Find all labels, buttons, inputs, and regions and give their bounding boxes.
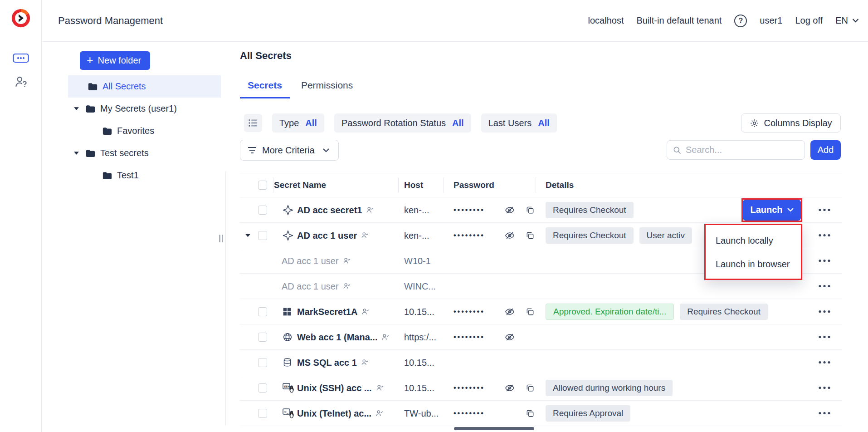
table-row-marksecret1a[interactable]: MarkSecret1A10.15...••••••••Approved. Ex… [240, 299, 842, 324]
table-row-unix-telnet-ac[interactable]: >_Unix (Telnet) ac...TW-ub...••••••••Req… [240, 401, 842, 426]
reveal-password-icon[interactable] [505, 383, 515, 393]
reveal-password-icon[interactable] [505, 332, 515, 342]
copy-password-icon[interactable] [526, 383, 535, 393]
row-actions-menu[interactable] [816, 354, 833, 371]
launch-button[interactable]: Launch [743, 200, 801, 221]
tab-secrets[interactable]: Secrets [240, 80, 290, 98]
folder-icon [102, 127, 112, 135]
row-checkbox[interactable] [258, 383, 267, 393]
row-actions-menu[interactable] [816, 278, 833, 295]
reveal-password-icon[interactable] [505, 231, 515, 241]
caret-down-icon[interactable] [73, 151, 79, 155]
details-badges: Requires Approval [546, 405, 630, 422]
app-title: Password Management [58, 15, 163, 27]
new-folder-button[interactable]: + New folder [80, 51, 150, 70]
host-value: ken-... [404, 230, 429, 241]
more-criteria-button[interactable]: More Criteria [240, 140, 339, 161]
row-checkbox[interactable] [258, 307, 267, 316]
columns-display-button[interactable]: Columns Display [741, 113, 841, 133]
row-checkbox[interactable] [258, 409, 267, 418]
sidebar-item-test-secrets[interactable]: Test secrets [42, 142, 226, 164]
filter-last-users[interactable]: Last Users All [481, 113, 557, 133]
launch-locally-option[interactable]: Launch locally [706, 229, 801, 252]
logoff-button[interactable]: Log off [795, 15, 823, 26]
copy-password-icon[interactable] [526, 409, 535, 418]
left-rail [0, 0, 42, 432]
launch-highlight-annotation: Launch [741, 198, 802, 222]
tenant-selector[interactable]: Built-in default tenant [636, 15, 722, 26]
list-view-toggle[interactable] [244, 114, 262, 132]
sidebar-item-favorites[interactable]: Favorites [42, 120, 226, 142]
row-actions-menu[interactable] [816, 227, 833, 244]
folder-sidebar: + New folder All SecretsMy Secrets (user… [42, 42, 226, 432]
copy-password-icon[interactable] [526, 231, 535, 240]
sidebar-item-test1[interactable]: Test1 [42, 164, 226, 187]
reveal-password-icon[interactable] [505, 307, 515, 317]
folder-icon [88, 83, 98, 91]
row-checkbox[interactable] [258, 206, 267, 215]
table-row-ad-acc-secret1[interactable]: AD acc secret1ken-...••••••••Requires Ch… [240, 197, 842, 223]
table-row-unix-ssh-acc[interactable]: SSHUnix (SSH) acc ...10.15...••••••••All… [240, 375, 842, 401]
shared-user-icon [381, 333, 390, 341]
password-mask: •••••••• [454, 333, 485, 341]
table-header: Secret Name Host Password Details [240, 173, 842, 197]
col-details: Details [546, 180, 574, 190]
top-bar: Password Management localhost Built-in d… [42, 0, 868, 42]
row-actions-menu[interactable] [816, 405, 833, 422]
sidebar-item-all-secrets[interactable]: All Secrets [42, 75, 226, 98]
row-actions-menu[interactable] [816, 202, 833, 218]
sidebar-item-label: Favorites [117, 126, 154, 136]
copy-password-icon[interactable] [526, 307, 535, 316]
row-checkbox[interactable] [258, 333, 267, 342]
chevron-down-icon [323, 148, 329, 152]
unix-ssh-icon: SSH [283, 383, 294, 393]
sidebar-item-my-secrets-user1[interactable]: My Secrets (user1) [42, 98, 226, 120]
row-actions-menu[interactable] [816, 329, 833, 345]
select-all-checkbox[interactable] [258, 181, 267, 190]
status-badge: Approved. Expiration date/ti... [546, 304, 674, 320]
language-value: EN [835, 15, 848, 26]
access-request-icon[interactable] [12, 74, 29, 90]
row-checkbox[interactable] [258, 358, 267, 367]
row-actions-menu[interactable] [816, 304, 833, 320]
svg-text:>_: >_ [284, 410, 289, 414]
app-logo-icon[interactable] [10, 8, 31, 29]
launch-in-browser-option[interactable]: Launch in browser [706, 252, 801, 276]
table-row-web-acc-1-mana[interactable]: Web acc 1 (Mana...https:/...•••••••• [240, 324, 842, 350]
row-actions-menu[interactable] [816, 253, 833, 269]
filter-label: Type [279, 118, 299, 128]
search-input[interactable] [686, 145, 799, 155]
language-selector[interactable]: EN [835, 15, 859, 26]
horizontal-scrollbar-thumb[interactable] [454, 427, 534, 430]
secret-name: MS SQL acc 1 [297, 357, 369, 368]
filter-password-rotation-status[interactable]: Password Rotation Status All [334, 113, 471, 133]
row-expand-caret[interactable] [245, 233, 251, 237]
reveal-password-icon[interactable] [505, 205, 515, 215]
database-icon [283, 358, 292, 368]
secrets-table: Secret Name Host Password Details AD acc… [240, 173, 842, 426]
user-label[interactable]: user1 [760, 15, 782, 26]
folder-icon [86, 105, 95, 113]
status-badge: Requires Approval [546, 405, 630, 422]
launch-dropdown-annotation: Launch locally Launch in browser [704, 224, 802, 280]
search-box [667, 140, 805, 160]
help-icon[interactable]: ? [734, 15, 747, 27]
row-actions-menu[interactable] [816, 380, 833, 396]
filter-type[interactable]: Type All [272, 113, 324, 133]
col-secret-name: Secret Name [274, 180, 326, 190]
ad-icon [283, 230, 293, 241]
sidebar-resize-handle[interactable] [219, 235, 224, 242]
folder-icon [86, 149, 95, 157]
secret-name: Unix (SSH) acc ... [297, 383, 384, 393]
password-mask: •••••••• [454, 308, 485, 316]
tab-permissions[interactable]: Permissions [293, 80, 361, 98]
status-badge: Allowed during working hours [546, 380, 673, 396]
row-checkbox[interactable] [258, 231, 267, 240]
caret-down-icon[interactable] [73, 107, 79, 111]
copy-password-icon[interactable] [526, 206, 535, 215]
password-mask: •••••••• [454, 206, 485, 214]
add-button[interactable]: Add [810, 140, 841, 160]
filter-value: All [452, 118, 464, 128]
password-vault-icon[interactable] [12, 50, 29, 66]
table-row-ms-sql-acc-1[interactable]: MS SQL acc 110.15... [240, 350, 842, 375]
